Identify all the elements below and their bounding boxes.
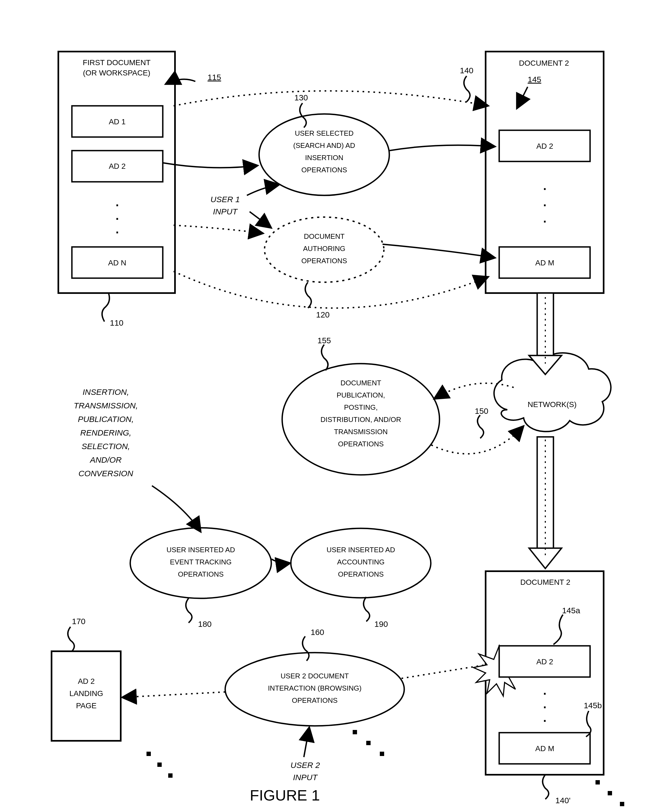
- diagram-canvas: FIRST DOCUMENT (OR WORKSPACE) AD 1 AD 2 …: [0, 0, 672, 810]
- svg-text:LANDING: LANDING: [69, 689, 103, 698]
- svg-rect-57: [380, 752, 384, 756]
- doc2a-adm: AD M: [535, 258, 554, 267]
- ref-160: 160: [311, 628, 324, 636]
- svg-text:EVENT TRACKING: EVENT TRACKING: [170, 558, 231, 566]
- user2-label: USER 2: [291, 761, 320, 770]
- svg-text:PUBLICATION,: PUBLICATION,: [337, 391, 385, 399]
- ref-140p: 140': [555, 796, 571, 805]
- ref-190: 190: [374, 619, 388, 628]
- svg-text:AD 2: AD 2: [78, 677, 95, 685]
- svg-text:OPERATIONS: OPERATIONS: [301, 166, 347, 174]
- doc2b-title: DOCUMENT 2: [520, 578, 571, 586]
- svg-text:TRANSMISSION,: TRANSMISSION,: [74, 401, 138, 410]
- user2-input-label: INPUT: [293, 773, 318, 782]
- svg-rect-53: [157, 763, 162, 767]
- svg-rect-58: [596, 780, 600, 785]
- svg-text:SELECTION,: SELECTION,: [82, 442, 130, 451]
- svg-text:CONVERSION: CONVERSION: [78, 469, 133, 478]
- svg-rect-56: [366, 741, 371, 745]
- svg-text:AUTHORING: AUTHORING: [303, 245, 345, 253]
- user1-label: USER 1: [211, 195, 240, 204]
- svg-text:.: .: [543, 196, 546, 209]
- user1-input-label: INPUT: [213, 207, 238, 216]
- doc1-title-2: (OR WORKSPACE): [83, 69, 150, 77]
- op-insertion: USER SELECTED (SEARCH AND) AD INSERTION …: [259, 114, 389, 196]
- svg-text:INSERTION: INSERTION: [305, 154, 343, 162]
- svg-text:USER SELECTED: USER SELECTED: [295, 129, 354, 137]
- ref-145: 145: [528, 75, 541, 84]
- svg-text:.: .: [543, 179, 546, 192]
- svg-text:OPERATIONS: OPERATIONS: [292, 696, 338, 704]
- op-browsing: USER 2 DOCUMENT INTERACTION (BROWSING) O…: [225, 653, 404, 726]
- op-accounting: USER INSERTED AD ACCOUNTING OPERATIONS: [291, 528, 431, 598]
- svg-text:INTERACTION (BROWSING): INTERACTION (BROWSING): [268, 684, 361, 692]
- svg-text:RENDERING,: RENDERING,: [80, 428, 131, 437]
- svg-text:USER INSERTED AD: USER INSERTED AD: [327, 546, 395, 554]
- ref-110: 110: [110, 318, 123, 327]
- svg-text:AND/OR: AND/OR: [89, 456, 122, 464]
- svg-rect-54: [168, 773, 173, 778]
- svg-text:.: .: [543, 684, 546, 697]
- svg-text:.: .: [543, 212, 546, 225]
- svg-text:.: .: [116, 223, 119, 236]
- op-publication: DOCUMENT PUBLICATION, POSTING, DISTRIBUT…: [282, 364, 440, 475]
- svg-text:.: .: [543, 711, 546, 724]
- svg-text:.: .: [543, 697, 546, 711]
- doc2b-adm: AD M: [535, 744, 554, 753]
- ref-170: 170: [72, 617, 86, 626]
- svg-text:ACCOUNTING: ACCOUNTING: [337, 558, 385, 566]
- doc2a-title: DOCUMENT 2: [519, 59, 569, 67]
- ref-145b: 145b: [584, 701, 602, 710]
- svg-text:TRANSMISSION: TRANSMISSION: [334, 428, 388, 436]
- network-label: NETWORK(S): [528, 400, 576, 408]
- svg-text:.: .: [116, 196, 119, 209]
- ref-145a: 145a: [562, 606, 580, 615]
- doc1-ad2: AD 2: [109, 162, 126, 170]
- svg-rect-55: [353, 730, 357, 734]
- svg-text:PAGE: PAGE: [76, 702, 97, 710]
- svg-text:DOCUMENT: DOCUMENT: [304, 232, 345, 240]
- svg-rect-52: [147, 752, 151, 756]
- ref-150: 150: [475, 407, 488, 415]
- svg-text:OPERATIONS: OPERATIONS: [338, 440, 384, 448]
- ref-155: 155: [317, 336, 331, 345]
- svg-text:OPERATIONS: OPERATIONS: [178, 570, 224, 578]
- doc2a-ad2: AD 2: [536, 142, 553, 150]
- document-2-top: DOCUMENT 2 145 AD 2 . . . AD M: [486, 52, 604, 293]
- doc1-ad1: AD 1: [109, 118, 126, 126]
- ref-140: 140: [460, 66, 473, 75]
- doc1-title-1: FIRST DOCUMENT: [83, 58, 151, 67]
- svg-text:OPERATIONS: OPERATIONS: [338, 570, 384, 578]
- svg-text:DISTRIBUTION,  AND/OR: DISTRIBUTION, AND/OR: [320, 415, 401, 424]
- op-authoring: DOCUMENT AUTHORING OPERATIONS: [264, 217, 384, 282]
- svg-rect-59: [608, 791, 612, 795]
- ref-180: 180: [198, 619, 212, 628]
- ref-115: 115: [207, 73, 221, 82]
- svg-text:.: .: [116, 209, 119, 222]
- svg-rect-60: [620, 802, 624, 806]
- svg-text:DOCUMENT: DOCUMENT: [340, 379, 381, 387]
- svg-text:OPERATIONS: OPERATIONS: [301, 257, 347, 265]
- annotation-insertion-etc: INSERTION, TRANSMISSION, PUBLICATION, RE…: [74, 388, 138, 478]
- first-document-box: FIRST DOCUMENT (OR WORKSPACE) AD 1 AD 2 …: [58, 52, 175, 293]
- op-tracking: USER INSERTED AD EVENT TRACKING OPERATIO…: [130, 528, 271, 598]
- svg-text:INSERTION,: INSERTION,: [83, 388, 129, 397]
- svg-text:(SEARCH AND) AD: (SEARCH AND) AD: [293, 142, 355, 150]
- doc2b-ad2: AD 2: [536, 658, 553, 666]
- svg-text:PUBLICATION,: PUBLICATION,: [78, 415, 134, 424]
- landing-page-box: AD 2 LANDING PAGE: [52, 651, 121, 741]
- ref-130: 130: [294, 93, 308, 102]
- svg-text:USER 2 DOCUMENT: USER 2 DOCUMENT: [281, 672, 349, 680]
- figure-label: FIGURE 1: [250, 786, 320, 804]
- svg-text:USER INSERTED AD: USER INSERTED AD: [167, 546, 235, 554]
- document-2-bottom: DOCUMENT 2 AD 2 . . . AD M: [473, 571, 604, 775]
- ref-120: 120: [316, 310, 330, 319]
- svg-text:POSTING,: POSTING,: [344, 403, 378, 412]
- doc1-adn: AD N: [108, 258, 126, 267]
